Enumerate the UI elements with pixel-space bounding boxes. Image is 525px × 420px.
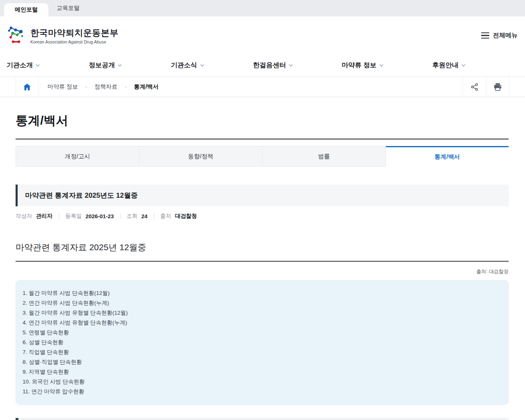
title-divider (16, 139, 509, 139)
portal-tab-education[interactable]: 교육포털 (48, 2, 88, 15)
meta-value-author: 관리자 (36, 212, 53, 220)
all-menu-button[interactable]: 전체메뉴 (481, 32, 518, 39)
tab-law[interactable]: 법률 (262, 146, 386, 167)
toc-item: 3. 월간 마약류 사범 유형별 단속현황(12월) (23, 308, 502, 318)
toc-item: 8. 성별·직업별 단속현황 (23, 357, 502, 367)
chevron-down-icon (289, 64, 293, 67)
tab-statistics-whitepaper[interactable]: 통계/백서 (386, 146, 509, 167)
site-logo[interactable]: 한국마약퇴치운동본부 Korean Association Against Dr… (7, 25, 119, 47)
nav-item-label: 한걸음센터 (253, 61, 286, 70)
article-body-heading: 마약관련 통계자료 2025년 12월중 (16, 242, 509, 253)
chevron-down-icon (36, 64, 40, 67)
content-tabset: 개정/고시 동향/정책 법률 통계/백서 (16, 146, 509, 167)
toc-item: 2. 연간 마약류 사범 단속현황(누계) (23, 298, 502, 308)
page-title: 통계/백서 (16, 112, 509, 129)
toc-item: 6. 성별 단속현황 (23, 338, 502, 347)
site-header: 한국마약퇴치운동본부 Korean Association Against Dr… (0, 16, 525, 55)
logo-molecule-icon (7, 25, 26, 47)
nav-item-drug-info[interactable]: 마약류 정보 (342, 61, 383, 70)
logo-text: 한국마약퇴치운동본부 Korean Association Against Dr… (30, 27, 119, 44)
portal-bar: 메인포털 교육포털 (0, 0, 525, 16)
breadcrumb-item[interactable]: 마약류 정보 (48, 83, 78, 91)
all-menu-label: 전체메뉴 (493, 32, 518, 39)
nav-item-label: 기관소개 (7, 61, 33, 70)
toc-item: 7. 직업별 단속현황 (23, 347, 502, 357)
share-icon (470, 83, 479, 91)
tab-revision-notice[interactable]: 개정/고시 (16, 146, 139, 167)
nav-item-label: 정보공개 (89, 61, 115, 70)
nav-item-support[interactable]: 후원안내 (432, 61, 466, 70)
logo-subtitle: Korean Association Against Drug Abuse (30, 39, 119, 44)
breadcrumb-bar: 마약류 정보 › 정책자료 › 통계/백서 (0, 77, 525, 97)
nav-item-disclosure[interactable]: 정보공개 (89, 61, 122, 70)
toc-item: 11. 연간 마약류 압수현황 (23, 387, 502, 397)
next-section-sliver (16, 418, 509, 420)
toc-item: 5. 연령별 단속현황 (23, 328, 502, 338)
statistics-toc-box: 1. 월간 마약류 사범 단속현황(12월) 2. 연간 마약류 사범 단속현황… (16, 280, 509, 405)
breadcrumb: 마약류 정보 › 정책자료 › 통계/백서 (39, 77, 158, 97)
breadcrumb-separator: › (125, 84, 126, 90)
meta-label-date: 등록일 (65, 212, 82, 220)
chevron-down-icon (461, 64, 466, 67)
nav-item-about[interactable]: 기관소개 (7, 61, 40, 70)
toc-item: 1. 월간 마약류 사범 단속현황(12월) (23, 288, 502, 298)
chevron-down-icon (379, 64, 383, 67)
nav-item-label: 기관소식 (171, 61, 197, 70)
toc-item: 9. 지역별 단속현황 (23, 367, 502, 377)
nav-item-news[interactable]: 기관소식 (171, 61, 204, 70)
home-button[interactable] (16, 77, 39, 97)
chevron-down-icon (118, 64, 122, 67)
post-meta: 작성자 관리자 등록일 2026-01-23 조회 24 출처 대검찰청 (16, 212, 509, 220)
post-title: 마약관련 통계자료 2025년도 12월중 (25, 192, 138, 199)
nav-item-label: 마약류 정보 (342, 61, 376, 70)
tab-trend-policy[interactable]: 동향/정책 (139, 146, 262, 167)
home-icon (23, 83, 31, 91)
logo-title: 한국마약퇴치운동본부 (30, 27, 119, 39)
nav-item-label: 후원안내 (432, 61, 459, 70)
source-note: 출처: 대검찰청 (16, 268, 509, 275)
toc-item: 10. 외국인 사범 단속현황 (23, 377, 502, 387)
meta-separator (154, 214, 154, 219)
main-nav: 기관소개 정보공개 기관소식 한걸음센터 마약류 정보 후원안내 (0, 55, 525, 77)
meta-label-views: 조회 (127, 212, 138, 220)
print-icon (493, 83, 502, 91)
meta-value-views: 24 (142, 213, 148, 219)
meta-value-date: 2026-01-23 (86, 213, 114, 219)
portal-tab-main[interactable]: 메인포털 (4, 3, 48, 16)
meta-label-source: 출처 (160, 212, 171, 220)
meta-label-author: 작성자 (16, 212, 32, 220)
share-button[interactable] (463, 77, 486, 97)
toc-item: 4. 연간 마약류 사범 유형별 단속현황(누계) (23, 318, 502, 328)
chevron-down-icon (200, 64, 204, 67)
breadcrumb-item[interactable]: 정책자료 (94, 83, 117, 91)
post-title-bar: 마약관련 통계자료 2025년도 12월중 (16, 185, 509, 206)
breadcrumb-separator: › (85, 84, 87, 90)
meta-separator (59, 214, 59, 219)
hamburger-icon (481, 32, 489, 39)
body-divider (16, 261, 509, 262)
breadcrumb-current: 통계/백서 (134, 83, 159, 91)
meta-separator (120, 214, 121, 219)
content-area: 통계/백서 개정/고시 동향/정책 법률 통계/백서 마약관련 통계자료 202… (0, 112, 525, 405)
nav-item-center[interactable]: 한걸음센터 (253, 61, 293, 70)
meta-value-source: 대검찰청 (175, 212, 197, 220)
print-button[interactable] (486, 77, 509, 97)
